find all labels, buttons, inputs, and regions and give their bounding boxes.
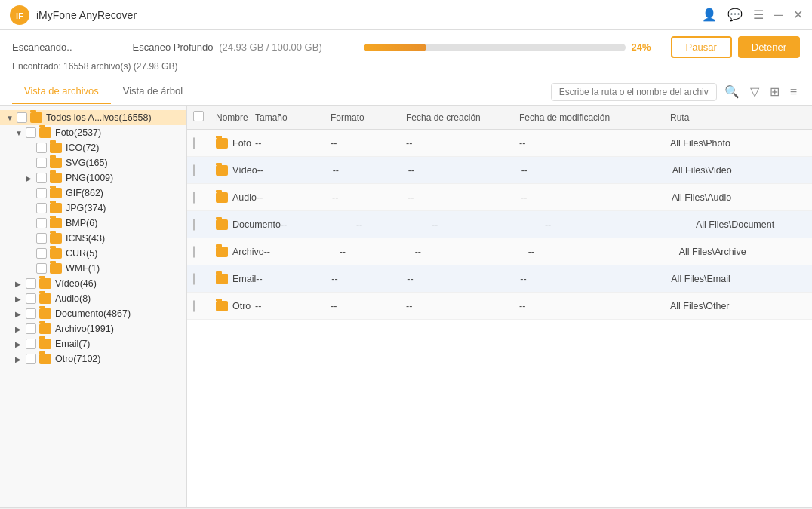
search-input[interactable] [551, 83, 717, 101]
table-header: Nombre Tamaño Formato Fecha de creación … [187, 106, 812, 130]
icns-checkbox[interactable] [36, 233, 47, 244]
row-folder-icon [216, 192, 228, 203]
row-checkbox[interactable] [193, 246, 195, 258]
sidebar-item-icns[interactable]: ICNS(43) [0, 231, 186, 246]
stop-button[interactable]: Detener [738, 36, 800, 58]
row-name-text: Vídeo [232, 165, 257, 176]
svg-checkbox[interactable] [36, 158, 47, 168]
row-modified: -- [519, 301, 670, 311]
row-checkbox[interactable] [193, 164, 195, 176]
list-icon[interactable]: ≡ [787, 84, 800, 100]
table-row[interactable]: Otro -- -- -- -- All Files\Other [187, 293, 812, 320]
chevron-right-icon: ▶ [15, 280, 26, 288]
row-checkbox[interactable] [193, 137, 195, 149]
documento-checkbox[interactable] [26, 308, 36, 319]
table-row[interactable]: Audio -- -- -- -- All Files\Audio [187, 184, 812, 211]
header-checkbox-col [193, 111, 216, 124]
menu-icon[interactable]: ☰ [753, 8, 764, 22]
gif-label: GIF(862) [66, 188, 103, 198]
row-created: -- [408, 165, 521, 176]
row-checkbox[interactable] [193, 192, 195, 204]
row-path: All Files\Document [696, 219, 812, 230]
minimize-icon[interactable]: ─ [774, 8, 783, 22]
scan-title: Escaneo Profundo (24.93 GB / 100.00 GB) [97, 41, 358, 53]
svg-label: SVG(165) [66, 158, 108, 168]
jpg-folder-icon [50, 203, 62, 213]
pause-button[interactable]: Pausar [671, 36, 732, 58]
sidebar-item-foto[interactable]: ▼ Foto(2537) [0, 125, 186, 140]
video-label: Vídeo(46) [55, 278, 97, 289]
row-folder-icon [216, 138, 228, 149]
sidebar-item-bmp[interactable]: BMP(6) [0, 216, 186, 231]
sidebar-item-otro[interactable]: ▶ Otro(7102) [0, 351, 186, 366]
ico-checkbox[interactable] [36, 143, 47, 153]
chevron-down-icon: ▼ [6, 114, 17, 122]
sidebar-item-archivo[interactable]: ▶ Archivo(1991) [0, 321, 186, 336]
sidebar-item-ico[interactable]: ICO(72) [0, 140, 186, 155]
row-checkbox[interactable] [193, 300, 195, 312]
row-checkbox-cell [193, 138, 216, 149]
bmp-checkbox[interactable] [36, 218, 47, 228]
tab-files[interactable]: Vista de archivos [12, 79, 111, 104]
audio-checkbox[interactable] [26, 293, 36, 304]
sidebar-item-audio[interactable]: ▶ Audio(8) [0, 291, 186, 306]
sidebar-item-gif[interactable]: GIF(862) [0, 186, 186, 201]
sidebar-item-video[interactable]: ▶ Vídeo(46) [0, 276, 186, 291]
table-row[interactable]: Vídeo -- -- -- -- All Files\Video [187, 157, 812, 184]
png-checkbox[interactable] [36, 173, 47, 183]
app-logo: iF [9, 5, 30, 26]
cur-checkbox[interactable] [36, 248, 47, 259]
header-tamano: Tamaño [255, 112, 331, 123]
title-bar: iF iMyFone AnyRecover 👤 💬 ☰ ─ ✕ [0, 0, 812, 30]
archivo-checkbox[interactable] [26, 323, 36, 334]
row-checkbox-cell [193, 301, 216, 311]
filter-icon[interactable]: ▽ [747, 83, 762, 100]
app-title: iMyFone AnyRecover [36, 9, 702, 21]
tab-tree[interactable]: Vista de árbol [111, 79, 195, 104]
wmf-checkbox[interactable] [36, 263, 47, 274]
email-checkbox[interactable] [26, 339, 36, 349]
sidebar-item-documento[interactable]: ▶ Documento(4867) [0, 306, 186, 321]
grid-icon[interactable]: ⊞ [767, 83, 783, 100]
sidebar: ▼ Todos los A...ivos(16558) ▼ Foto(2537)… [0, 106, 187, 507]
table-row[interactable]: Email -- -- -- -- All Files\Email [187, 265, 812, 293]
close-icon[interactable]: ✕ [793, 8, 803, 22]
row-name: Archivo [216, 247, 264, 257]
foto-checkbox[interactable] [26, 127, 36, 138]
table-row[interactable]: Documento -- -- -- -- All Files\Document [187, 211, 812, 238]
search-area: 🔍 ▽ ⊞ ≡ [551, 83, 800, 101]
sidebar-item-cur[interactable]: CUR(5) [0, 246, 186, 261]
icns-label: ICNS(43) [66, 233, 105, 244]
row-checkbox[interactable] [193, 219, 195, 231]
sidebar-item-jpg[interactable]: JPG(374) [0, 201, 186, 216]
sidebar-item-email[interactable]: ▶ Email(7) [0, 336, 186, 351]
video-folder-icon [39, 278, 51, 289]
row-checkbox[interactable] [193, 273, 195, 285]
documento-label: Documento(4867) [55, 308, 131, 319]
row-format: -- [331, 138, 406, 149]
otro-checkbox[interactable] [26, 354, 36, 364]
row-name-text: Otro [232, 301, 251, 311]
jpg-checkbox[interactable] [36, 203, 47, 213]
sidebar-item-png[interactable]: ▶ PNG(1009) [0, 170, 186, 186]
gif-checkbox[interactable] [36, 188, 47, 198]
bmp-label: BMP(6) [66, 218, 97, 228]
table-row[interactable]: Archivo -- -- -- -- All Files\Archive [187, 238, 812, 265]
sidebar-item-wmf[interactable]: WMF(1) [0, 261, 186, 276]
row-path: All Files\Audio [672, 192, 807, 203]
row-size: -- [256, 274, 331, 284]
content-area: Nombre Tamaño Formato Fecha de creación … [187, 106, 812, 507]
row-path: All Files\Other [670, 301, 806, 311]
chat-icon[interactable]: 💬 [727, 8, 743, 22]
row-created: -- [406, 301, 519, 311]
sidebar-item-svg[interactable]: SVG(165) [0, 155, 186, 170]
user-icon[interactable]: 👤 [702, 8, 717, 22]
video-checkbox[interactable] [26, 278, 36, 289]
search-icon[interactable]: 🔍 [721, 83, 743, 100]
root-checkbox[interactable] [17, 112, 27, 123]
row-created: -- [432, 219, 545, 230]
row-name: Email [216, 274, 256, 284]
sidebar-root[interactable]: ▼ Todos los A...ivos(16558) [0, 110, 186, 125]
table-row[interactable]: Foto -- -- -- -- All Files\Photo [187, 130, 812, 157]
row-folder-icon [216, 247, 228, 257]
